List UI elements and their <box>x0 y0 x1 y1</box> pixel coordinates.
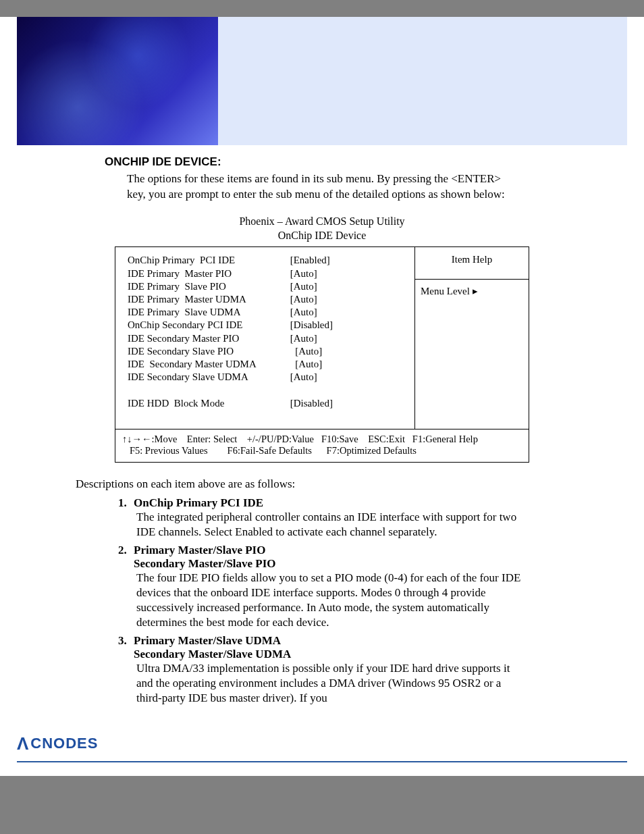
bios-option-value: [Auto] <box>290 345 408 358</box>
bios-option-value: [Auto] <box>290 332 408 345</box>
description-item-title: Secondary Master/Slave PIO <box>134 557 529 571</box>
bios-option-label: IDE Primary Slave PIO <box>128 280 290 293</box>
bios-menu-level-panel: Menu Level ▸ <box>414 280 529 429</box>
description-item-title: Primary Master/Slave PIO <box>134 544 529 557</box>
bios-option-label: IDE Secondary Slave PIO <box>128 345 290 358</box>
bios-option-value: [Auto] <box>290 280 408 293</box>
bios-option-label: IDE Secondary Slave UDMA <box>128 371 290 384</box>
bios-setup-panel: OnChip Primary PCI IDEIDE Primary Master… <box>115 246 529 462</box>
page-footer: ΛCNODES <box>17 727 627 762</box>
bios-option-value: [Auto] <box>290 293 408 306</box>
bios-key-legend: ↑↓→←:Move Enter: Select +/-/PU/PD:Value … <box>115 429 529 463</box>
bios-title: Phoenix – Award CMOS Setup Utility OnChi… <box>41 215 603 243</box>
main-content: ONCHIP IDE DEVICE: The options for these… <box>0 155 644 706</box>
description-item-title: Primary Master/Slave UDMA <box>134 634 529 648</box>
bios-key-legend-line1: ↑↓→←:Move Enter: Select +/-/PU/PD:Value … <box>122 434 522 445</box>
description-item-title: Secondary Master/Slave UDMA <box>134 648 529 661</box>
description-item-body: Ultra DMA/33 implementation is possible … <box>136 661 529 706</box>
bios-option-value: [Auto] <box>290 267 408 280</box>
bios-key-legend-line2: F5: Previous Values F6:Fail-Safe Default… <box>122 445 522 457</box>
bios-item-help-title: Item Help <box>452 254 492 265</box>
description-item: OnChip Primary PCI IDEThe integrated per… <box>130 496 529 540</box>
description-item-title: OnChip Primary PCI IDE <box>134 496 529 510</box>
bios-option-label: IDE Secondary Master PIO <box>128 332 290 345</box>
bios-option-value: [Auto] <box>290 371 408 384</box>
description-item: Primary Master/Slave UDMASecondary Maste… <box>130 634 529 706</box>
bios-option-label: OnChip Primary PCI IDE <box>128 254 290 267</box>
section-heading: ONCHIP IDE DEVICE: <box>105 155 603 169</box>
descriptions-list: OnChip Primary PCI IDEThe integrated per… <box>115 496 529 706</box>
bios-option-value: [Auto] <box>290 358 408 371</box>
bios-option-label: IDE Primary Master UDMA <box>128 293 290 306</box>
description-item-body: The four IDE PIO fields allow you to set… <box>136 571 529 630</box>
bios-option-label: IDE HDD Block Mode <box>128 397 290 410</box>
bios-options-panel: OnChip Primary PCI IDEIDE Primary Master… <box>115 246 414 429</box>
bios-option-label: IDE Secondary Master UDMA <box>128 358 290 371</box>
bios-title-line1: Phoenix – Award CMOS Setup Utility <box>41 215 603 229</box>
bios-option-label: IDE Primary Slave UDMA <box>128 306 290 319</box>
document-page: ONCHIP IDE DEVICE: The options for these… <box>0 17 644 776</box>
logo-text: CNODES <box>30 735 98 752</box>
bios-option-value: [Enabled] <box>290 254 408 267</box>
bios-option-value: [Auto] <box>290 306 408 319</box>
bios-item-help-panel: Item Help <box>414 246 529 280</box>
bios-title-line2: OnChip IDE Device <box>41 229 603 243</box>
description-item: Primary Master/Slave PIOSecondary Master… <box>130 544 529 630</box>
acnodes-logo: ΛCNODES <box>17 733 98 754</box>
logo-lambda-icon: Λ <box>17 733 29 754</box>
footer-divider <box>17 761 627 762</box>
bios-menu-level-label: Menu Level ▸ <box>421 286 478 296</box>
description-item-body: The integrated peripheral controller con… <box>136 510 529 540</box>
bios-option-value <box>290 384 408 396</box>
descriptions-intro: Descriptions on each item above are as f… <box>76 477 563 491</box>
header-banner-image <box>17 17 627 145</box>
bios-option-label: IDE Primary Master PIO <box>128 267 290 280</box>
bios-option-label: OnChip Secondary PCI IDE <box>128 319 290 332</box>
intro-paragraph: The options for these items are found in… <box>127 172 522 203</box>
bios-option-label <box>128 384 290 396</box>
bios-option-value: [Disabled] <box>290 397 408 410</box>
bios-option-value: [Disabled] <box>290 319 408 332</box>
